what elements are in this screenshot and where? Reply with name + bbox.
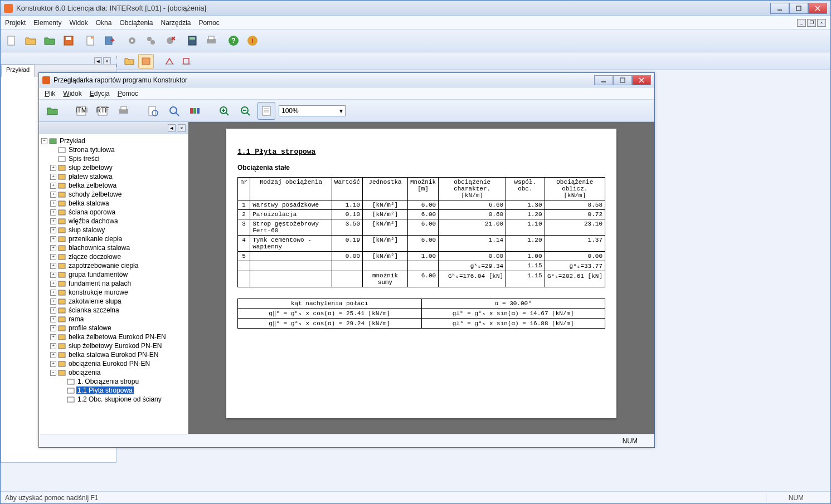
svg-rect-65 [59,219,65,224]
zoom-fit-icon[interactable] [165,102,183,120]
tree-item[interactable]: +konstrukcje murowe [41,288,186,297]
tree-item[interactable]: +profile stalowe [41,324,186,332]
mdi-close-icon[interactable]: × [817,19,826,27]
svg-text:?: ? [231,37,235,45]
tree-item[interactable]: +grupa fundamentów [41,270,186,279]
tree-item[interactable]: +ścianka szczelna [41,306,186,315]
page-view-icon[interactable] [257,102,275,120]
tree-item[interactable]: +schody żelbetowe [41,190,186,199]
tree-close-icon[interactable]: × [178,124,186,132]
report-canvas[interactable]: 1.1 Płyta stropowa Obciążenia stałe nrRo… [188,122,654,434]
svg-point-13 [167,37,173,44]
svg-rect-59 [59,165,65,170]
report-menu-plik[interactable]: Plik [45,90,55,97]
open-folder-icon[interactable] [22,32,40,50]
svg-rect-69 [59,255,65,260]
export-html-icon[interactable]: HTML [72,102,90,120]
loads-table: nrRodzaj obciążeniaWartośćJednostkaMnożn… [237,177,605,287]
gears-icon[interactable] [142,32,160,50]
export-rtf-icon[interactable]: RTF [94,102,111,120]
tree-item[interactable]: +rama [41,315,186,324]
tree-item[interactable]: +słup żelbetowy Eurokod PN-EN [41,341,186,350]
mdi-restore-icon[interactable]: ❐ [807,19,816,27]
maximize-button[interactable] [789,3,808,14]
zoom-combo[interactable]: 100% ▾ [279,105,346,116]
report-maximize-button[interactable] [613,75,632,85]
open-folder2-icon[interactable] [41,32,59,50]
close-button[interactable] [808,3,827,14]
zoom-out-icon[interactable] [236,102,254,120]
tree-item[interactable]: +przenikanie ciepła [41,234,186,243]
tree-left-icon[interactable]: ◄ [168,124,176,132]
tree-item[interactable]: +belka żelbetowa [41,181,186,190]
tree-item[interactable]: −obciążenia [41,368,186,377]
menu-okna[interactable]: Okna [96,19,112,27]
tree-item[interactable]: +zapotrzebowanie ciepła [41,261,186,270]
tree-subitem[interactable]: 1.1 Płyta stropowa [41,386,186,395]
tree-item[interactable]: +belka żelbetowa Eurokod PN-EN [41,332,186,341]
svg-rect-84 [67,388,74,393]
report-menu-pomoc[interactable]: Pomoc [118,90,138,97]
menu-narzedzia[interactable]: Narzędzia [161,19,191,27]
svg-rect-64 [59,210,65,215]
tree-item[interactable]: +blachownica stalowa [41,243,186,252]
report-open-icon[interactable] [43,102,61,120]
mdi-minimize-icon[interactable]: _ [797,19,806,27]
menu-elementy[interactable]: Elementy [33,19,61,27]
tree-item[interactable]: +ściana oporowa [41,208,186,217]
zoom-in-icon[interactable] [215,102,233,120]
view-box-icon[interactable] [138,54,154,68]
tree-item[interactable]: +belka stalowa [41,199,186,208]
tree-item[interactable]: Strona tytułowa [41,145,186,154]
tree-root[interactable]: −Przykład [41,136,186,145]
tree-item[interactable]: +słup stalowy [41,226,186,234]
menu-projekt[interactable]: Projekt [5,19,26,27]
report-close-button[interactable] [632,75,651,85]
tree-item[interactable]: +fundament na palach [41,279,186,288]
symbol1-icon[interactable] [162,54,177,68]
svg-rect-85 [67,397,74,402]
svg-line-48 [226,112,229,115]
report-viewer-window: Przeglądarka raportów programu Konstrukt… [38,72,655,448]
svg-rect-60 [59,174,65,179]
printer-icon[interactable] [202,32,220,50]
save-icon[interactable] [60,32,77,50]
tree-item[interactable]: +słup żelbetowy [41,163,186,172]
gear-delete-icon[interactable] [161,32,179,50]
tree-item[interactable]: +belka stalowa Eurokod PN-EN [41,350,186,359]
table-sum-row: gᵏₛ=29.341.15gᵒₛ=33.77 [238,261,605,271]
menu-obciazenia[interactable]: Obciążenia [119,19,153,27]
print-icon[interactable] [115,102,133,120]
project-tab[interactable]: Przykład [1,65,35,77]
document-icon[interactable] [82,32,100,50]
tree-item[interactable]: +obciążenia Eurokod PN-EN [41,359,186,368]
symbol2-icon[interactable] [178,54,194,68]
minimize-button[interactable] [770,3,789,14]
calculator-icon[interactable] [183,32,201,50]
tree-subitem[interactable]: 1. Obciążenia stropu [41,377,186,386]
report-menu-widok[interactable]: Widok [63,90,81,97]
tree-item[interactable]: +więźba dachowa [41,217,186,226]
report-menu-bar: Plik Widok Edycja Pomoc [39,87,654,100]
report-tree[interactable]: −PrzykładStrona tytułowaSpis treści+słup… [39,134,188,434]
colors-icon[interactable] [186,102,204,120]
info-icon[interactable]: i [244,32,261,50]
report-minimize-button[interactable] [594,75,613,85]
menu-pomoc[interactable]: Pomoc [199,19,220,27]
help-icon[interactable]: ? [225,32,242,50]
tree-item[interactable]: +płatew stalowa [41,172,186,181]
tree-subitem[interactable]: 1.2 Obc. skupione od ściany [41,395,186,404]
tree-item[interactable]: +zakotwienie słupa [41,297,186,306]
table-mult-row: mnożnik sumy6.00Gᵏₛ=176.04 [kN]1.15Gᵒₛ=2… [238,271,605,287]
svg-text:i: i [251,37,253,45]
menu-widok[interactable]: Widok [69,19,88,27]
angle-cell: g⊥ᵒ = gᵒₛ x sin(α) = 16.88 [kN/m] [421,319,605,329]
view-folder-icon[interactable] [122,54,137,68]
gear-icon[interactable] [123,32,141,50]
tree-item[interactable]: +złącze doczołowe [41,252,186,261]
page-setup-icon[interactable] [144,102,162,120]
tree-item[interactable]: Spis treści [41,154,186,163]
new-file-icon[interactable] [3,32,21,50]
report-menu-edycja[interactable]: Edycja [90,90,110,97]
export-icon[interactable] [101,32,119,50]
